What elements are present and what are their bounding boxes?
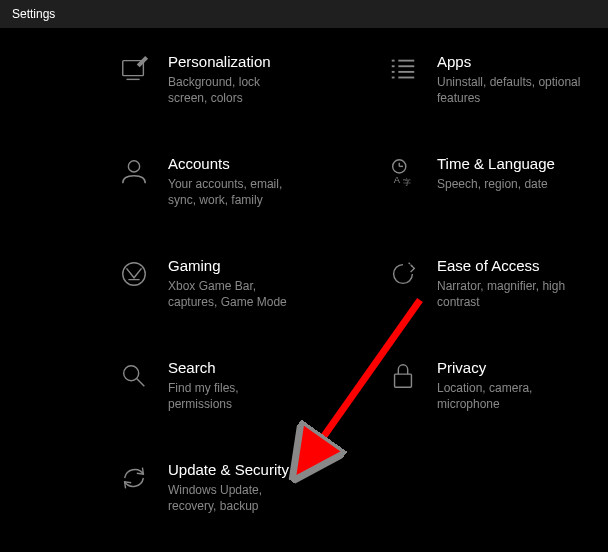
settings-content: Personalization Background, lock screen,… — [0, 28, 608, 514]
tile-personalization[interactable]: Personalization Background, lock screen,… — [0, 52, 295, 106]
tile-apps[interactable]: Apps Uninstall, defaults, optional featu… — [305, 52, 600, 106]
titlebar: Settings — [0, 0, 608, 28]
personalization-icon — [118, 54, 150, 86]
svg-point-16 — [123, 263, 146, 286]
svg-line-18 — [137, 379, 145, 387]
tile-gaming[interactable]: Gaming Xbox Game Bar, captures, Game Mod… — [0, 256, 295, 310]
tile-update-security[interactable]: Update & Security Windows Update, recove… — [0, 460, 295, 514]
svg-point-10 — [128, 161, 139, 172]
tile-sub: Narrator, magnifier, high contrast — [437, 278, 597, 310]
tile-title: Personalization — [168, 52, 295, 72]
tile-title: Search — [168, 358, 295, 378]
svg-text:字: 字 — [403, 178, 411, 187]
svg-text:A: A — [394, 175, 401, 185]
search-icon — [118, 360, 150, 392]
accounts-icon — [118, 156, 150, 188]
svg-point-17 — [124, 366, 139, 381]
tile-title: Time & Language — [437, 154, 555, 174]
svg-rect-19 — [395, 374, 412, 387]
window-title: Settings — [12, 7, 55, 21]
tile-sub: Xbox Game Bar, captures, Game Mode — [168, 278, 295, 310]
settings-grid: Personalization Background, lock screen,… — [0, 52, 608, 514]
tile-title: Ease of Access — [437, 256, 597, 276]
tile-title: Update & Security — [168, 460, 295, 480]
tile-sub: Your accounts, email, sync, work, family — [168, 176, 295, 208]
tile-title: Privacy — [437, 358, 597, 378]
tile-ease-of-access[interactable]: Ease of Access Narrator, magnifier, high… — [305, 256, 600, 310]
tile-sub: Background, lock screen, colors — [168, 74, 295, 106]
time-language-icon: A 字 — [387, 156, 419, 188]
tile-sub: Find my files, permissions — [168, 380, 295, 412]
gaming-icon — [118, 258, 150, 290]
tile-sub: Windows Update, recovery, backup — [168, 482, 295, 514]
update-security-icon — [118, 462, 150, 494]
tile-sub: Speech, region, date — [437, 176, 555, 192]
tile-sub: Uninstall, defaults, optional features — [437, 74, 597, 106]
tile-time-language[interactable]: A 字 Time & Language Speech, region, date — [305, 154, 600, 208]
tile-title: Accounts — [168, 154, 295, 174]
privacy-icon — [387, 360, 419, 392]
ease-of-access-icon — [387, 258, 419, 290]
tile-title: Gaming — [168, 256, 295, 276]
tile-accounts[interactable]: Accounts Your accounts, email, sync, wor… — [0, 154, 295, 208]
tile-privacy[interactable]: Privacy Location, camera, microphone — [305, 358, 600, 412]
apps-icon — [387, 54, 419, 86]
tile-title: Apps — [437, 52, 597, 72]
tile-search[interactable]: Search Find my files, permissions — [0, 358, 295, 412]
tile-sub: Location, camera, microphone — [437, 380, 597, 412]
